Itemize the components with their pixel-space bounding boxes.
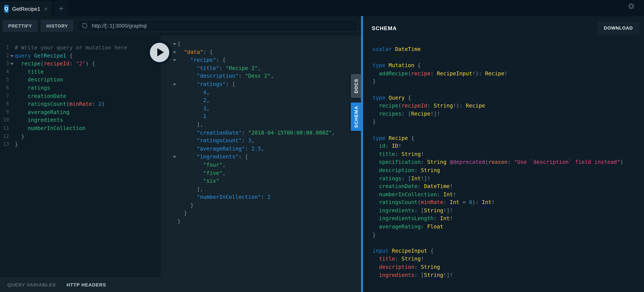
- response-pane: { "data": { "recipe": { "title": "Recipe…: [161, 35, 361, 277]
- download-button[interactable]: DOWNLOAD: [598, 22, 639, 34]
- prettify-button[interactable]: PRETTIFY: [2, 20, 38, 32]
- endpoint-url-input[interactable]: http://[::1]:3000/graphql: [76, 20, 358, 32]
- schema-side-tab[interactable]: SCHEMA: [351, 102, 361, 131]
- response-json: { "data": { "recipe": { "title": "Recipe…: [172, 40, 361, 225]
- query-code: 1# Write your query or mutation here2que…: [0, 44, 161, 148]
- tab-title: GetRecipe1: [12, 6, 40, 12]
- history-button[interactable]: HISTORY: [41, 20, 74, 32]
- play-circle: [150, 43, 169, 62]
- close-tab-icon[interactable]: ×: [44, 6, 48, 12]
- tab-getrecipe1[interactable]: Q GetRecipe1 ×: [0, 1, 52, 16]
- docs-tab-label: DOCS: [354, 79, 358, 93]
- docs-side-tab[interactable]: DOCS: [351, 74, 361, 98]
- tab-bar: Q GetRecipe1 × +: [0, 0, 644, 16]
- reload-icon[interactable]: [82, 22, 88, 29]
- play-icon: [157, 48, 164, 56]
- schema-panel-title: SCHEMA: [372, 25, 397, 31]
- editor-response-area: 1# Write your query or mutation here2que…: [0, 35, 361, 277]
- endpoint-url-text: http://[::1]:3000/graphql: [92, 23, 147, 29]
- toolbar: PRETTIFY HISTORY http://[::1]:3000/graph…: [0, 16, 361, 35]
- panel-divider[interactable]: [361, 16, 363, 292]
- query-editor[interactable]: 1# Write your query or mutation here2que…: [0, 35, 161, 277]
- http-headers-tab[interactable]: HTTP HEADERS: [66, 282, 106, 287]
- schema-header: SCHEMA DOWNLOAD: [363, 16, 644, 40]
- execute-button[interactable]: [147, 40, 172, 65]
- workspace-left-section: PRETTIFY HISTORY http://[::1]:3000/graph…: [0, 16, 361, 292]
- new-tab-button[interactable]: +: [54, 1, 68, 16]
- schema-panel: SCHEMA DOWNLOAD scalar DateTimetype Muta…: [363, 16, 644, 292]
- query-badge-icon: Q: [4, 5, 8, 13]
- schema-sdl-code: scalar DateTimetype Mutation { addRecipe…: [372, 45, 644, 279]
- schema-tab-label: SCHEMA: [354, 106, 358, 128]
- graphql-playground-window: Q GetRecipe1 × + PRETTIFY HISTORY: [0, 0, 644, 292]
- settings-gear-icon[interactable]: [627, 2, 636, 10]
- query-variables-tab[interactable]: QUERY VARIABLES: [8, 282, 56, 287]
- bottom-bar: QUERY VARIABLES HTTP HEADERS: [0, 277, 361, 292]
